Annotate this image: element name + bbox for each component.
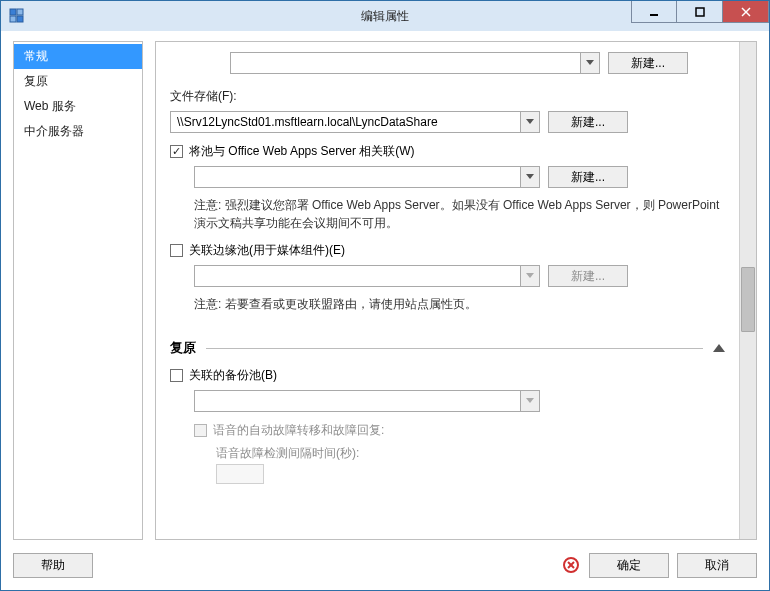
app-icon bbox=[8, 7, 26, 25]
voice-interval-label: 语音故障检测间隔时间(秒): bbox=[216, 445, 725, 462]
maximize-button[interactable] bbox=[677, 1, 723, 23]
dialog-body: 常规 复原 Web 服务 中介服务器 新建... 文件存储(F): bbox=[1, 31, 769, 590]
voice-failover-checkbox bbox=[194, 424, 207, 437]
resiliency-section-header[interactable]: 复原 bbox=[170, 339, 725, 357]
file-store-label: 文件存储(F): bbox=[170, 88, 725, 105]
owa-associate-label: 将池与 Office Web Apps Server 相关联(W) bbox=[189, 143, 415, 160]
ok-button[interactable]: 确定 bbox=[589, 553, 669, 578]
backup-pool-combo bbox=[194, 390, 540, 412]
backup-pool-dropdown bbox=[520, 390, 540, 412]
svg-rect-1 bbox=[17, 9, 23, 15]
help-button[interactable]: 帮助 bbox=[13, 553, 93, 578]
file-store-new-button[interactable]: 新建... bbox=[548, 111, 628, 133]
edit-properties-dialog: 编辑属性 常规 复原 Web 服务 中介服务器 bbox=[0, 0, 770, 591]
top-combo-input[interactable] bbox=[230, 52, 580, 74]
svg-marker-9 bbox=[526, 119, 534, 124]
sidebar-item-general[interactable]: 常规 bbox=[14, 44, 142, 69]
sidebar-item-mediation-server[interactable]: 中介服务器 bbox=[14, 119, 142, 144]
svg-marker-10 bbox=[526, 174, 534, 179]
category-sidebar: 常规 复原 Web 服务 中介服务器 bbox=[13, 41, 143, 540]
backup-pool-checkbox[interactable] bbox=[170, 369, 183, 382]
sidebar-item-web-services[interactable]: Web 服务 bbox=[14, 94, 142, 119]
svg-rect-3 bbox=[17, 16, 23, 22]
error-icon bbox=[563, 557, 579, 573]
vertical-scrollbar[interactable] bbox=[739, 42, 756, 539]
file-store-dropdown[interactable] bbox=[520, 111, 540, 133]
svg-marker-11 bbox=[526, 273, 534, 278]
edge-note: 注意: 若要查看或更改联盟路由，请使用站点属性页。 bbox=[194, 295, 725, 313]
edge-associate-label: 关联边缘池(用于媒体组件)(E) bbox=[189, 242, 345, 259]
svg-marker-12 bbox=[526, 398, 534, 403]
voice-failover-label: 语音的自动故障转移和故障回复: bbox=[213, 422, 384, 439]
section-divider bbox=[206, 348, 703, 349]
backup-pool-label: 关联的备份池(B) bbox=[189, 367, 277, 384]
owa-associate-checkbox[interactable] bbox=[170, 145, 183, 158]
edge-new-button: 新建... bbox=[548, 265, 628, 287]
top-new-button[interactable]: 新建... bbox=[608, 52, 688, 74]
close-button[interactable] bbox=[723, 1, 769, 23]
titlebar: 编辑属性 bbox=[1, 1, 769, 31]
minimize-button[interactable] bbox=[631, 1, 677, 23]
cancel-button[interactable]: 取消 bbox=[677, 553, 757, 578]
svg-rect-5 bbox=[696, 8, 704, 16]
svg-rect-2 bbox=[10, 16, 16, 22]
owa-note: 注意: 强烈建议您部署 Office Web Apps Server。如果没有 … bbox=[194, 196, 725, 232]
collapse-up-icon[interactable] bbox=[713, 344, 725, 352]
resiliency-header-text: 复原 bbox=[170, 339, 196, 357]
owa-server-dropdown[interactable] bbox=[520, 166, 540, 188]
file-store-combo[interactable] bbox=[170, 111, 540, 133]
svg-rect-0 bbox=[10, 9, 16, 15]
owa-server-combo[interactable] bbox=[194, 166, 540, 188]
content-scroll-area: 新建... 文件存储(F): 新建... 将池与 Office Web Apps… bbox=[156, 42, 739, 539]
top-combo-dropdown[interactable] bbox=[580, 52, 600, 74]
edge-associate-checkbox[interactable] bbox=[170, 244, 183, 257]
top-combo[interactable] bbox=[230, 52, 600, 74]
owa-new-button[interactable]: 新建... bbox=[548, 166, 628, 188]
svg-marker-8 bbox=[586, 60, 594, 65]
file-store-input[interactable] bbox=[170, 111, 520, 133]
edge-pool-input bbox=[194, 265, 520, 287]
window-controls bbox=[631, 1, 769, 23]
owa-server-input[interactable] bbox=[194, 166, 520, 188]
edge-pool-combo bbox=[194, 265, 540, 287]
sidebar-item-resiliency[interactable]: 复原 bbox=[14, 69, 142, 94]
scrollbar-thumb[interactable] bbox=[741, 267, 755, 332]
voice-interval-input bbox=[216, 464, 264, 484]
edge-pool-dropdown bbox=[520, 265, 540, 287]
dialog-footer: 帮助 确定 取消 bbox=[1, 546, 769, 590]
backup-pool-input bbox=[194, 390, 520, 412]
upper-area: 常规 复原 Web 服务 中介服务器 新建... 文件存储(F): bbox=[1, 31, 769, 546]
content-panel: 新建... 文件存储(F): 新建... 将池与 Office Web Apps… bbox=[155, 41, 757, 540]
